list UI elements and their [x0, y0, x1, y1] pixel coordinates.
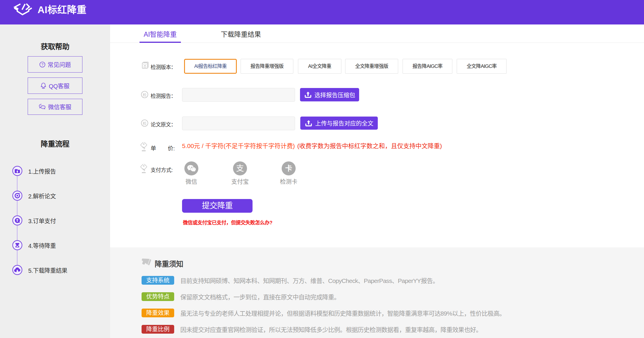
svg-text:检: 检 [143, 121, 147, 126]
svg-text:卡: 卡 [285, 164, 292, 172]
svg-text:?: ? [41, 62, 43, 67]
svg-text:检: 检 [143, 93, 147, 97]
svg-text:支: 支 [236, 164, 244, 173]
